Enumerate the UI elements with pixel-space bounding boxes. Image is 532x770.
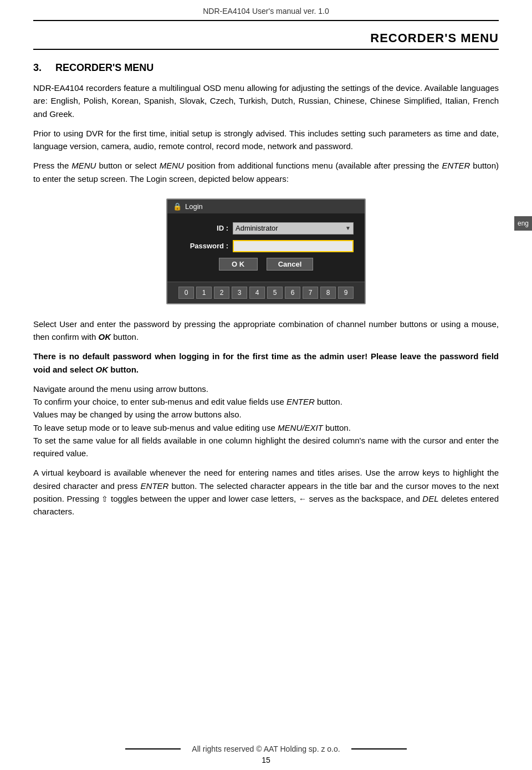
warning-ok: OK [96,365,109,374]
page-header: NDR-EA4104 User's manual ver. 1.0 [33,0,499,20]
p3-menu1: MENU [71,161,96,170]
numpad-2[interactable]: 2 [214,287,229,299]
side-tab-eng: eng [514,216,532,231]
numpad-7[interactable]: 7 [303,287,318,299]
navigate-2-end: button. [315,397,342,406]
login-icon: 🔒 [173,202,182,211]
page-number: 15 [0,756,532,764]
p3-text-2: button or select [96,161,159,170]
numpad-8[interactable]: 8 [320,287,336,299]
navigate-4-text: To leave setup mode or to leave sub-menu… [33,423,278,432]
numpad-0[interactable]: 0 [178,287,194,299]
dropdown-arrow-icon: ▼ [345,225,351,231]
p3-menu2: MENU [160,161,184,170]
warning-end: button. [108,365,139,374]
navigate-2-text: To confirm your choice, to enter sub-men… [33,397,287,406]
login-title: Login [185,202,203,211]
paragraph-2: Prior to using DVR for the first time, i… [33,127,499,153]
section-number: 3. [33,62,42,73]
numpad-1[interactable]: 1 [196,287,212,299]
p3-text-1: Press the [33,161,71,170]
login-screenshot-wrapper: 🔒 Login ID : Administrator ▼ Password : [33,198,499,304]
page-footer: All rights reserved © AAT Holding sp. z … [33,744,499,753]
section-title: RECORDER'S MENU [55,62,154,73]
login-password-input[interactable] [233,240,354,252]
navigate-4-menu: MENU/EXIT [278,423,323,432]
header-title: NDR-EA4104 User's manual ver. 1.0 [203,7,329,16]
top-divider [33,20,499,21]
warning-paragraph: There is no default password when loggin… [33,350,499,376]
navigate-2-enter: ENTER [287,397,315,406]
vk-text-4: serves as the backspace, and [306,494,422,503]
vk-del: DEL [422,494,438,503]
login-titlebar: 🔒 Login [167,200,365,213]
second-divider [33,49,499,50]
vk-enter: ENTER [141,481,169,491]
numpad-9[interactable]: 9 [338,287,354,299]
login-id-row: ID : Administrator ▼ [178,222,354,234]
login-password-label: Password : [178,242,228,250]
login-body: ID : Administrator ▼ Password : O K Canc… [167,213,365,282]
footer-line-left [125,748,181,749]
numpad-6[interactable]: 6 [285,287,300,299]
footer-text: All rights reserved © AAT Holding sp. z … [192,744,340,753]
navigate-3: Values may be changed by using the arrow… [33,408,499,421]
select-user-ok: OK [99,332,111,341]
select-user-end: button. [111,332,139,341]
navigate-2: To confirm your choice, to enter sub-men… [33,395,499,408]
p3-text-3: position from additional functions menu … [184,161,442,170]
main-heading: RECORDER'S MENU [33,31,499,45]
footer-line-right [351,748,407,749]
navigate-4-end: button. [323,423,351,432]
numpad-4[interactable]: 4 [249,287,265,299]
login-id-label: ID : [178,224,228,232]
login-cancel-button[interactable]: Cancel [267,258,314,271]
select-user-paragraph: Select User and enter the password by pr… [33,318,499,344]
login-buttons: O K Cancel [178,258,354,271]
p3-enter1: ENTER [442,161,470,170]
vk-shift-symbol: ⇧ [101,493,108,506]
login-screenshot: 🔒 Login ID : Administrator ▼ Password : [166,198,366,304]
login-id-dropdown[interactable]: Administrator ▼ [233,222,354,234]
login-password-row: Password : [178,240,354,252]
navigate-1: Navigate around the menu using arrow but… [33,383,499,395]
vk-text-3: toggles between the upper and lower case… [108,494,298,503]
vk-back-symbol: ← [299,493,306,506]
paragraph-1: NDR-EA4104 recorders feature a multiling… [33,81,499,120]
virtual-keyboard-paragraph: A virtual keyboard is available whenever… [33,466,499,518]
section-heading: 3. RECORDER'S MENU [33,62,499,74]
navigate-5: To set the same value for all fields ava… [33,434,499,460]
login-ok-button[interactable]: O K [219,258,258,271]
paragraph-3: Press the MENU button or select MENU pos… [33,159,499,185]
numpad-5[interactable]: 5 [267,287,283,299]
login-numpad: 0 1 2 3 4 5 6 7 8 9 [167,282,365,303]
login-id-value: Administrator [236,224,278,232]
navigate-4: To leave setup mode or to leave sub-menu… [33,421,499,434]
numpad-3[interactable]: 3 [232,287,247,299]
